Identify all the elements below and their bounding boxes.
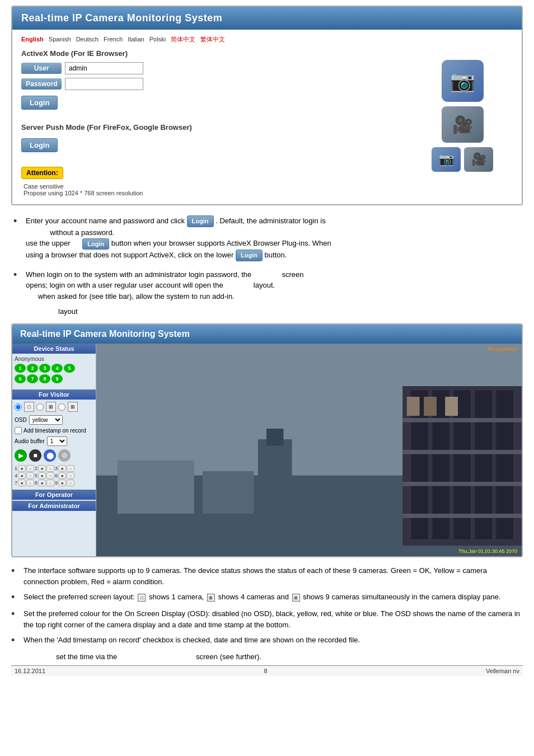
login-button-2[interactable]: Login bbox=[21, 138, 58, 152]
layout-icon-1: □ bbox=[138, 594, 146, 602]
bottom-bullet-3: • Set the preferred colour for the On Sc… bbox=[11, 608, 523, 630]
bullet-dot-2: • bbox=[13, 269, 22, 281]
cam-status-18-2[interactable]: ○ bbox=[67, 480, 74, 486]
lang-english[interactable]: English bbox=[21, 36, 44, 43]
view-9cam[interactable]: ⊞ bbox=[68, 402, 78, 412]
cam-dot-9[interactable]: 9 bbox=[51, 374, 63, 383]
cam-status-13-2[interactable]: ○ bbox=[26, 472, 34, 479]
login-right-cameras: 📷 🎥 📷 🎥 bbox=[412, 35, 513, 196]
cam-dot-2[interactable]: 2 bbox=[27, 364, 38, 373]
view-radio-3[interactable] bbox=[58, 403, 65, 411]
view-options: □ ⊞ ⊞ bbox=[12, 400, 96, 414]
cam-num-16: 7 bbox=[15, 480, 17, 486]
attention-line2: Propose using 1024 * 768 screen resoluti… bbox=[24, 190, 406, 196]
monitor-sidebar: Device Status Anonymous 1 2 3 4 5 6 7 bbox=[12, 344, 96, 556]
cam-status-18[interactable]: ■ bbox=[58, 480, 66, 486]
cam-status-10-2[interactable]: ○ bbox=[26, 465, 34, 472]
lang-deutsch[interactable]: Deutsch bbox=[76, 36, 99, 43]
osd-select[interactable]: yellow disabled black red white blue bbox=[29, 415, 63, 425]
view-1cam[interactable]: □ bbox=[24, 402, 34, 412]
cam-status-17-2[interactable]: ○ bbox=[46, 480, 54, 486]
login-panel-header: Real-time IP Camera Monitoring System bbox=[12, 7, 522, 30]
for-operator-btn[interactable]: For Operator bbox=[12, 490, 96, 500]
cam-list-row-1: 1 ■ ○ 2 ■ ○ 3 ■ ○ bbox=[15, 465, 93, 472]
timestamp-checkbox[interactable] bbox=[15, 427, 22, 434]
login-left: English Spanish Deutsch French Italian P… bbox=[21, 35, 406, 196]
camera-icon-1: 📷 bbox=[450, 69, 475, 93]
page-wrapper: Real-time IP Camera Monitoring System En… bbox=[0, 0, 534, 682]
ctrl-play[interactable]: ▶ bbox=[15, 449, 27, 462]
login-btn-2-wrapper: Login bbox=[21, 136, 406, 160]
footer-date: 16.12.2011 bbox=[15, 668, 45, 674]
attention-line1: Case sensitive bbox=[24, 183, 406, 190]
cam-status-12-2[interactable]: ○ bbox=[67, 465, 74, 472]
camera-image-2: 🎥 bbox=[442, 106, 484, 143]
login-button-1[interactable]: Login bbox=[21, 96, 58, 110]
svg-rect-18 bbox=[258, 439, 292, 514]
login-panel-body: English Spanish Deutsch French Italian P… bbox=[12, 30, 522, 204]
login-panel: Real-time IP Camera Monitoring System En… bbox=[11, 6, 523, 205]
bullet-section-1: • Enter your account name and password a… bbox=[11, 215, 523, 261]
final-line: set the time via the screen (see further… bbox=[56, 652, 523, 661]
cam-status-10-1[interactable]: ■ bbox=[18, 465, 26, 472]
bottom-bullet-dot-4: • bbox=[11, 635, 20, 647]
cam-status-14[interactable]: ■ bbox=[38, 472, 46, 479]
svg-rect-19 bbox=[266, 429, 283, 445]
cam-status-11[interactable]: ■ bbox=[38, 465, 46, 472]
cam-status-17[interactable]: ■ bbox=[38, 480, 46, 486]
svg-rect-12 bbox=[402, 514, 522, 518]
lang-polski[interactable]: Polski bbox=[149, 36, 166, 43]
camera-icon-2: 🎥 bbox=[452, 115, 473, 134]
layout-icon-9: ⊞ bbox=[292, 594, 300, 602]
cam-status-14-2[interactable]: ○ bbox=[46, 472, 54, 479]
cam-status-16[interactable]: ■ bbox=[18, 480, 26, 486]
for-administrator-btn[interactable]: For Administrator bbox=[12, 501, 96, 511]
footer-bar: 16.12.2011 8 Velleman nv bbox=[11, 665, 523, 676]
cam-dot-4[interactable]: 4 bbox=[51, 364, 63, 373]
cam-dot-1[interactable]: 1 bbox=[15, 364, 26, 373]
cam-dot-8[interactable]: 8 bbox=[39, 374, 50, 383]
view-radio-2[interactable] bbox=[36, 403, 44, 411]
cam-dot-3[interactable]: 3 bbox=[39, 364, 50, 373]
cam-num-18: 9 bbox=[55, 480, 58, 486]
cam-dot-6[interactable]: 6 bbox=[15, 374, 26, 383]
attention-label: Attention: bbox=[21, 167, 63, 179]
lang-simplified-chinese[interactable]: 简体中文 bbox=[171, 36, 195, 43]
lang-traditional-chinese[interactable]: 繁体中文 bbox=[200, 36, 225, 43]
user-input[interactable] bbox=[65, 62, 143, 74]
audio-select[interactable]: 1 2 3 bbox=[47, 436, 67, 446]
cam-num-11: 2 bbox=[35, 466, 38, 471]
cam-status-11-2[interactable]: ○ bbox=[46, 465, 54, 472]
audio-row: Audio buffer 1 2 3 bbox=[12, 435, 96, 447]
monitor-body: Device Status Anonymous 1 2 3 4 5 6 7 bbox=[12, 344, 522, 556]
timestamp-row: Add timestamp on record bbox=[12, 426, 96, 435]
cam-status-13[interactable]: ■ bbox=[18, 472, 26, 479]
svg-rect-16 bbox=[118, 461, 194, 514]
cam-dot-7[interactable]: 7 bbox=[27, 374, 38, 383]
cam-status-16-2[interactable]: ○ bbox=[26, 480, 34, 486]
user-label: User bbox=[21, 63, 62, 74]
view-4cam[interactable]: ⊞ bbox=[46, 402, 56, 412]
bottom-bullet-text-3: Set the preferred colour for the On Scre… bbox=[24, 608, 523, 630]
camera-row-bottom: 📷 🎥 bbox=[432, 147, 493, 172]
device-status-content: Anonymous 1 2 3 4 5 6 7 8 9 bbox=[12, 354, 96, 387]
cam-status-15[interactable]: ■ bbox=[58, 472, 66, 479]
bullet-text-1: Enter your account name and password and… bbox=[26, 215, 331, 261]
svg-rect-10 bbox=[402, 450, 522, 454]
password-input[interactable] bbox=[65, 78, 143, 90]
bullet-item-1: • Enter your account name and password a… bbox=[13, 215, 523, 261]
ctrl-settings[interactable]: ⚙ bbox=[58, 449, 71, 462]
svg-rect-13 bbox=[407, 397, 420, 416]
cam-dot-5[interactable]: 5 bbox=[64, 364, 75, 373]
anonymous-label: Anonymous bbox=[15, 356, 93, 362]
lang-spanish[interactable]: Spanish bbox=[49, 36, 71, 43]
bullet-text-2: When login on to the system with an admi… bbox=[26, 269, 303, 302]
ctrl-record[interactable]: ⬤ bbox=[44, 449, 56, 462]
cam-status-12[interactable]: ■ bbox=[58, 465, 66, 472]
view-radio-1[interactable] bbox=[15, 403, 22, 411]
cam-status-15-2[interactable]: ○ bbox=[67, 472, 74, 479]
lang-italian[interactable]: Italian bbox=[128, 36, 144, 43]
cam-status-row-2: 6 7 8 9 bbox=[15, 374, 93, 383]
lang-french[interactable]: French bbox=[104, 36, 123, 43]
ctrl-stop[interactable]: ■ bbox=[29, 449, 41, 462]
